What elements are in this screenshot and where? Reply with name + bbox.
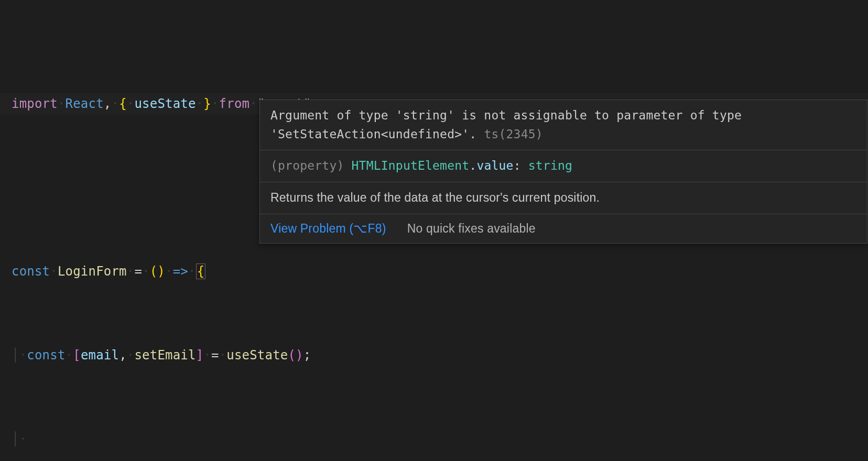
- code-line[interactable]: │·: [12, 429, 868, 449]
- code-editor[interactable]: import·React,·{·useState·}·from·"react";…: [0, 0, 868, 461]
- doc-description: Returns the value of the data at the cur…: [260, 182, 867, 214]
- error-message: Argument of type 'string' is not assigna…: [260, 100, 867, 150]
- matched-brace: {: [196, 264, 206, 279]
- signature: (property) HTMLInputElement.value: strin…: [260, 150, 867, 182]
- code-line[interactable]: const·LoginForm·=·()·=>·{: [12, 261, 868, 282]
- no-quick-fix-label: No quick fixes available: [407, 219, 536, 238]
- code-line[interactable]: │·const·[email,·setEmail]·=·useState();: [12, 345, 868, 366]
- hover-tooltip[interactable]: Argument of type 'string' is not assigna…: [259, 100, 867, 244]
- view-problem-link[interactable]: View Problem (⌥F8): [270, 219, 386, 238]
